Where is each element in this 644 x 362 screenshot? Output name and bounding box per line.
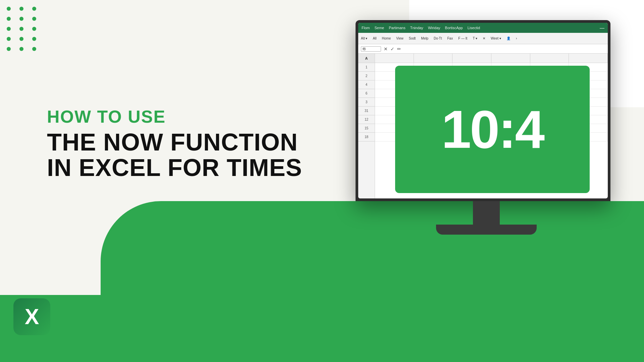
ribbon-view[interactable]: View — [396, 37, 404, 40]
main-title: THE NOW FUNCTION IN EXCEL FOR TIMES — [47, 130, 302, 180]
ribbon-t[interactable]: T ▾ — [473, 37, 477, 40]
excel-tabs: Flom Seme Partimans Tninday Wiriday Bort… — [362, 26, 480, 30]
hero-text: HOW TO USE THE NOW FUNCTION IN EXCEL FOR… — [47, 107, 302, 180]
title-line2: IN EXCEL FOR TIMES — [47, 155, 302, 181]
ribbon-melp[interactable]: Melp — [421, 37, 428, 40]
col-e — [491, 54, 530, 63]
how-to-use-label: HOW TO USE — [47, 107, 302, 126]
monitor-stand-neck — [473, 201, 500, 225]
col-b — [375, 54, 414, 63]
row-12: 12 — [358, 115, 375, 124]
row-15: 15 — [358, 124, 375, 133]
col-f — [530, 54, 569, 63]
tab-partimans[interactable]: Partimans — [389, 26, 406, 30]
cell-reference[interactable]: f8 — [361, 46, 381, 52]
formula-icons: ✕ ✓ ✏ — [384, 46, 401, 52]
row-31: 31 — [358, 107, 375, 115]
row-2: 2 — [358, 72, 375, 80]
row-3: 3 — [358, 98, 375, 107]
cancel-icon[interactable]: ✕ — [384, 46, 388, 52]
ribbon-dott[interactable]: Do·Tt — [434, 37, 442, 40]
spreadsheet-grid: 10:4 — [375, 54, 608, 198]
row-4: 4 — [358, 80, 375, 89]
ribbon-sodt[interactable]: Sodt — [409, 37, 416, 40]
row-18: 18 — [358, 133, 375, 141]
monitor: Flom Seme Partimans Tninday Wiriday Bort… — [356, 20, 617, 235]
excel-logo: X — [13, 298, 50, 335]
col-g — [569, 54, 608, 63]
spreadsheet: A 1 2 4 6 3 31 12 15 18 — [358, 54, 608, 198]
dot-grid-decoration — [7, 7, 39, 51]
window-controls: — — [600, 25, 604, 31]
tab-tninday[interactable]: Tninday — [410, 26, 423, 30]
ribbon-user-icon[interactable]: 👤 — [506, 37, 511, 40]
excel-x-letter: X — [25, 304, 39, 329]
ribbon-all[interactable]: All — [373, 37, 376, 40]
excel-title-bar: Flom Seme Partimans Tninday Wiriday Bort… — [358, 23, 608, 33]
ribbon-home[interactable]: Home — [382, 37, 391, 40]
row-headers: A 1 2 4 6 3 31 12 15 18 — [358, 54, 375, 198]
ribbon-alt[interactable]: Alt ▾ — [361, 37, 367, 40]
title-line1: THE NOW FUNCTION — [47, 130, 302, 155]
tab-bortiscapp[interactable]: BortiscApp — [445, 26, 463, 30]
row-1: 1 — [358, 63, 375, 72]
time-display-panel: 10:4 — [395, 66, 590, 193]
tab-wiriday[interactable]: Wiriday — [428, 26, 440, 30]
screen-inner: Flom Seme Partimans Tninday Wiriday Bort… — [358, 23, 608, 198]
tab-seme[interactable]: Seme — [374, 26, 384, 30]
col-a-header: A — [358, 54, 375, 63]
excel-ribbon: Alt ▾ All Home View Sodt Melp Do·Tt Fax … — [358, 33, 608, 44]
col-d — [452, 54, 491, 63]
ribbon-fax[interactable]: Fax — [447, 37, 453, 40]
grid-body: 10:4 — [375, 63, 608, 141]
confirm-icon[interactable]: ✓ — [390, 46, 394, 52]
tab-lisectid[interactable]: Lisectid — [468, 26, 480, 30]
monitor-screen: Flom Seme Partimans Tninday Wiriday Bort… — [356, 20, 610, 201]
column-headers — [375, 54, 608, 63]
tab-flom[interactable]: Flom — [362, 26, 370, 30]
ribbon-close[interactable]: ✕ — [483, 37, 485, 40]
monitor-stand-base — [436, 225, 537, 235]
minimize-button[interactable]: — — [600, 25, 604, 31]
ribbon-fit[interactable]: F — It — [458, 37, 467, 40]
ribbon-expand[interactable]: › — [516, 37, 517, 40]
col-c — [414, 54, 453, 63]
ribbon-weet[interactable]: Weet ▾ — [491, 37, 501, 40]
formula-bar: f8 ✕ ✓ ✏ — [358, 44, 608, 54]
time-value: 10:4 — [441, 99, 543, 160]
edit-icon[interactable]: ✏ — [397, 46, 401, 52]
row-6: 6 — [358, 89, 375, 98]
